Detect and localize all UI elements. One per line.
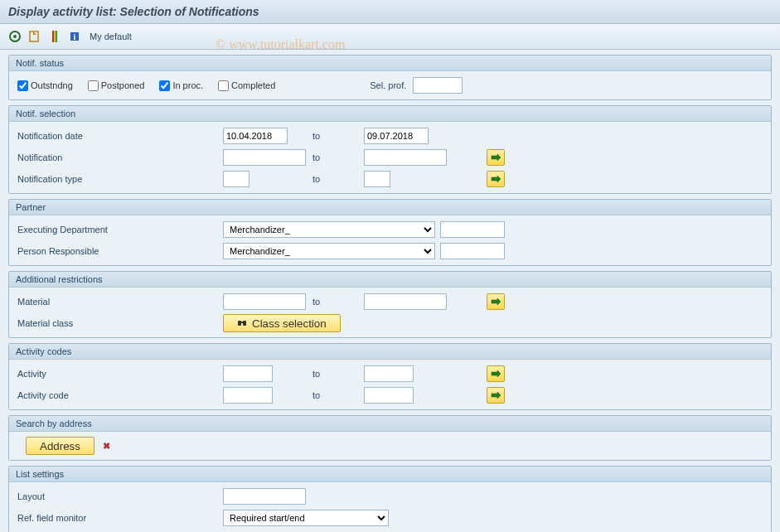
person-resp-label: Person Responsible (17, 246, 223, 256)
layout-label: Layout (17, 491, 223, 501)
svg-rect-5 (56, 31, 57, 42)
postponed-check-input[interactable] (88, 80, 99, 91)
execute-icon[interactable] (7, 28, 23, 45)
group-header: Notif. status (9, 56, 771, 71)
traffic-light-icon[interactable] (46, 28, 63, 45)
activity-to-input[interactable] (364, 365, 414, 382)
multi-select-button[interactable] (487, 171, 505, 187)
group-header: Notif. selection (9, 106, 771, 122)
material-label: Material (17, 297, 223, 307)
group-header: Additional restrictions (9, 272, 771, 288)
svg-point-1 (13, 35, 17, 38)
postponed-label: Postponed (101, 80, 145, 90)
notif-type-label: Notification type (17, 174, 223, 184)
group-header: Search by address (9, 416, 771, 432)
binoculars-icon (237, 317, 247, 330)
group-header: Partner (9, 200, 771, 215)
notification-label: Notification (17, 152, 223, 162)
my-default-button[interactable]: My default (90, 31, 132, 41)
notification-from-input[interactable] (223, 149, 306, 166)
ref-monitor-label: Ref. field monitor (17, 513, 223, 523)
svg-rect-10 (240, 322, 244, 323)
notif-type-to-input[interactable] (364, 171, 390, 187)
activity-code-from-input[interactable] (223, 387, 273, 404)
outstanding-checkbox[interactable]: Outstndng (17, 80, 73, 91)
class-selection-button[interactable]: Class selection (223, 314, 341, 332)
exec-dept-extra-input[interactable] (440, 221, 505, 238)
person-resp-select[interactable]: Merchandizer_ (223, 243, 435, 259)
notif-type-from-input[interactable] (223, 171, 250, 187)
activity-code-label: Activity code (17, 390, 223, 400)
outstanding-label: Outstndng (31, 80, 73, 90)
outstanding-check-input[interactable] (17, 80, 28, 91)
completed-check-input[interactable] (218, 80, 229, 91)
group-activity-codes: Activity codes Activity to Activity code… (8, 343, 772, 410)
activity-label: Activity (17, 369, 223, 379)
sel-prof-label: Sel. prof. (370, 80, 406, 90)
exec-dept-select[interactable]: Merchandizer_ (223, 221, 435, 238)
to-label: to (312, 297, 364, 307)
group-list-settings: List settings Layout Ref. field monitor … (8, 466, 772, 532)
in-proc-checkbox[interactable]: In proc. (159, 80, 203, 91)
multi-select-button[interactable] (487, 293, 505, 310)
page-title: Display activity list: Selection of Noti… (0, 0, 780, 24)
multi-select-button[interactable] (487, 387, 505, 404)
material-to-input[interactable] (364, 293, 447, 310)
to-label: to (312, 131, 364, 141)
person-resp-extra-input[interactable] (440, 243, 505, 259)
in-proc-check-input[interactable] (159, 80, 170, 91)
group-search-address: Search by address Address ✖ (8, 415, 772, 461)
address-label: Address (40, 440, 80, 452)
exec-dept-label: Executing Department (17, 225, 223, 235)
in-proc-label: In proc. (172, 80, 203, 90)
completed-label: Completed (231, 80, 275, 90)
to-label: to (312, 152, 364, 162)
group-header: Activity codes (9, 344, 771, 360)
to-label: to (312, 174, 364, 184)
svg-text:i: i (74, 32, 76, 41)
notif-date-label: Notification date (17, 131, 223, 141)
multi-select-button[interactable] (487, 365, 505, 382)
multi-select-button[interactable] (487, 149, 505, 166)
notif-date-from-input[interactable] (223, 128, 288, 144)
group-partner: Partner Executing Department Merchandize… (8, 199, 772, 266)
svg-rect-3 (52, 31, 54, 42)
info-icon[interactable]: i (66, 28, 83, 45)
address-button[interactable]: Address (26, 437, 94, 455)
to-label: to (312, 369, 364, 379)
svg-rect-4 (54, 31, 56, 42)
group-additional-restrictions: Additional restrictions Material to Mate… (8, 271, 772, 338)
postponed-checkbox[interactable]: Postponed (88, 80, 145, 91)
group-notif-selection: Notif. selection Notification date to No… (8, 105, 772, 194)
activity-from-input[interactable] (223, 365, 273, 382)
group-notif-status: Notif. status Outstndng Postponed In pro… (8, 55, 772, 100)
activity-code-to-input[interactable] (364, 387, 414, 404)
ref-monitor-select[interactable]: Required start/end (223, 510, 389, 526)
variant-icon[interactable] (27, 28, 43, 45)
group-header: List settings (9, 467, 771, 482)
layout-input[interactable] (223, 488, 306, 505)
material-from-input[interactable] (223, 293, 306, 310)
sel-prof-input[interactable] (413, 77, 463, 94)
delete-icon[interactable]: ✖ (103, 441, 110, 452)
completed-checkbox[interactable]: Completed (218, 80, 275, 91)
material-class-label: Material class (17, 318, 223, 328)
toolbar: i My default (0, 24, 780, 50)
class-selection-label: Class selection (252, 317, 327, 330)
to-label: to (312, 390, 364, 400)
notification-to-input[interactable] (364, 149, 447, 166)
notif-date-to-input[interactable] (364, 128, 429, 144)
